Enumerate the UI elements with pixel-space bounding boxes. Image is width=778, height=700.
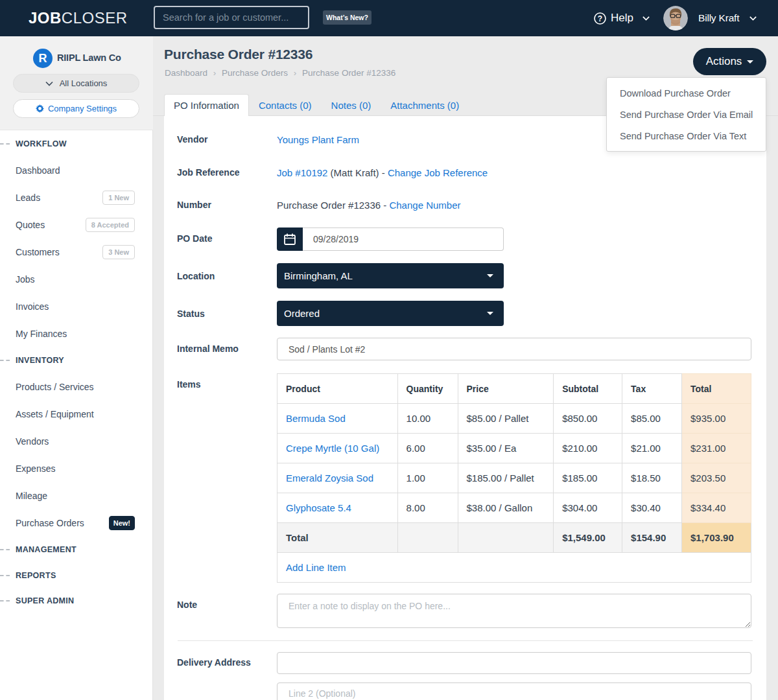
- svg-text:?: ?: [598, 14, 602, 23]
